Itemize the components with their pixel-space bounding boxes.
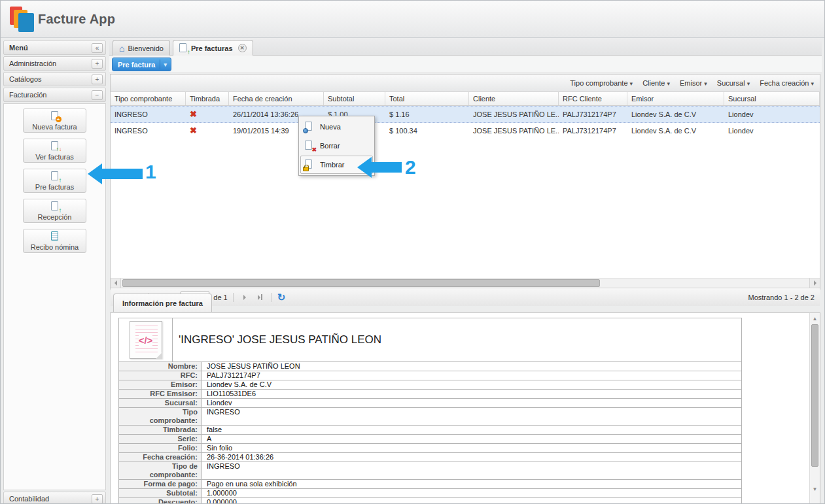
recepcion-button[interactable]: ↑ Recepción — [23, 199, 86, 223]
app-window: Facture App Menú « Administración + Catá… — [0, 0, 825, 504]
app-logo-icon — [9, 7, 38, 33]
recepcion-icon: ↑ — [50, 201, 60, 211]
detail-field-row: Tipo de comprobante: INGRESO — [119, 462, 741, 480]
column-header[interactable]: Cliente — [469, 92, 559, 105]
field-value: A — [202, 435, 741, 443]
pre-facturas-button[interactable]: ↑ Pre facturas — [23, 169, 86, 193]
column-header[interactable]: Subtotal — [324, 92, 385, 105]
step2-number: 2 — [405, 156, 416, 178]
chevron-down-icon[interactable]: ▾ — [164, 61, 167, 68]
detail-fields: Nombre: JOSE JESUS PATIÑO LEON RFC: PALJ… — [119, 362, 741, 504]
minus-icon[interactable]: − — [92, 90, 103, 100]
field-value: Liondev — [202, 399, 741, 407]
detail-field-row: Folio: Sin folio — [119, 444, 741, 453]
home-icon: ⌂ — [119, 44, 124, 53]
info-panel-body: </> 'INGRESO' JOSE JESUS PATIÑO LEON Nom… — [110, 312, 820, 504]
grid-header-row: Tipo comprobante Timbrada Fecha de creac… — [111, 92, 820, 106]
column-header[interactable]: Fecha de creación — [229, 92, 324, 105]
delete-document-icon: ✖ — [305, 141, 314, 151]
column-header[interactable]: Tipo comprobante — [111, 92, 186, 105]
scrollbar-thumb[interactable] — [122, 279, 600, 287]
vertical-scrollbar[interactable]: ▲ ▼ — [809, 313, 820, 504]
context-menu-item-borrar[interactable]: ✖ Borrar — [300, 137, 373, 155]
field-value: false — [202, 426, 741, 434]
info-panel: Información pre factura </> 'INGRESO' JO… — [110, 294, 820, 504]
detail-field-row: RFC: PALJ7312174P7 — [119, 371, 741, 380]
chevron-down-icon: ▾ — [630, 80, 633, 87]
sidebar: Menú « Administración + Catálogos + Fact… — [3, 41, 106, 502]
detail-field-row: Nombre: JOSE JESUS PATIÑO LEON — [119, 362, 741, 371]
detail-field-row: Emisor: Liondev S.A. de C.V — [119, 380, 741, 390]
filter-menu-button[interactable]: Fecha creación ▾ — [760, 79, 814, 87]
detail-field-row: Forma de pago: Pago en una sola exhibici… — [119, 480, 741, 489]
field-label: RFC: — [119, 371, 202, 380]
field-label: Timbrada: — [119, 426, 202, 434]
column-header[interactable]: RFC Cliente — [559, 92, 627, 105]
table-row[interactable]: INGRESO ✖ 26/11/2014 13:36:26 $ 1.00 $ 1… — [111, 106, 820, 123]
nueva-factura-button[interactable]: + Nueva factura — [23, 109, 86, 133]
column-header[interactable]: Sucursal — [724, 92, 820, 105]
table-row[interactable]: INGRESO ✖ 19/01/2015 14:39 $ 100.34 JOSE… — [111, 123, 820, 139]
field-label: Sucursal: — [119, 399, 202, 407]
stamp-lock-icon — [305, 160, 314, 170]
filter-menu-button[interactable]: Sucursal ▾ — [717, 79, 750, 87]
logo-blue-square — [18, 13, 34, 32]
plus-icon[interactable]: + — [92, 75, 103, 84]
field-label: Emisor: — [119, 380, 202, 389]
sidebar-item-catalogos[interactable]: Catálogos + — [3, 72, 106, 86]
pre-factura-split-button[interactable]: Pre factura ▾ — [112, 58, 171, 71]
recibo-nomina-button[interactable]: Recibo nómina — [23, 229, 86, 253]
ver-facturas-button[interactable]: ↑↓ Ver facturas — [23, 139, 86, 163]
field-label: Fecha creación: — [119, 453, 202, 462]
not-timbrada-icon: ✖ — [190, 126, 197, 135]
scrollbar-thumb[interactable] — [811, 324, 818, 467]
step1-number: 1 — [145, 161, 156, 183]
collapse-sidebar-icon[interactable]: « — [92, 43, 103, 53]
field-value: PALJ7312174P7 — [202, 371, 741, 380]
context-menu-item-nueva[interactable]: Nueva — [300, 118, 373, 136]
field-label: Descuento: — [119, 498, 202, 504]
horizontal-scrollbar[interactable] — [111, 278, 820, 288]
filter-menu-button[interactable]: Cliente ▾ — [642, 79, 670, 87]
tab-pre-facturas[interactable]: ↑ Pre facturas ✕ — [173, 40, 253, 56]
field-label: Tipo de comprobante: — [119, 462, 202, 479]
plus-icon[interactable]: + — [92, 494, 103, 504]
plus-icon[interactable]: + — [92, 59, 103, 69]
detail-field-row: Fecha creación: 26-36-2014 01:36:26 — [119, 453, 741, 462]
field-value: Sin folio — [202, 444, 741, 452]
scroll-right-icon[interactable] — [809, 278, 820, 288]
scroll-up-icon[interactable]: ▲ — [810, 314, 820, 324]
chevron-down-icon: ▾ — [811, 80, 814, 87]
scroll-left-icon[interactable] — [111, 278, 121, 288]
sidebar-item-administracion[interactable]: Administración + — [3, 56, 106, 71]
recibo-nomina-icon — [50, 231, 60, 241]
field-value: LIO110531DE6 — [202, 390, 741, 398]
detail-field-row: Subtotal: 1.000000 — [119, 489, 741, 498]
field-label: Folio: — [119, 444, 202, 452]
column-header[interactable]: Timbrada — [186, 92, 229, 105]
close-tab-icon[interactable]: ✕ — [238, 44, 247, 52]
field-value: INGRESO — [202, 408, 741, 425]
filter-menu-button[interactable]: Emisor ▾ — [680, 79, 707, 87]
column-header[interactable]: Total — [385, 92, 469, 105]
scroll-down-icon[interactable]: ▼ — [810, 485, 820, 495]
field-label: RFC Emsisor: — [119, 390, 202, 398]
tab-informacion-pre-factura[interactable]: Información pre factura — [113, 294, 212, 312]
filter-menu-button[interactable]: Tipo comprobante ▾ — [570, 79, 633, 87]
menu-title: Menú — [9, 44, 92, 52]
sidebar-item-facturacion[interactable]: Facturación − — [3, 88, 106, 102]
chevron-down-icon: ▾ — [704, 80, 707, 87]
column-header[interactable]: Emisor — [627, 92, 724, 105]
prefactura-detail-table: </> 'INGRESO' JOSE JESUS PATIÑO LEON Nom… — [118, 318, 742, 504]
detail-field-row: Descuento: 0.000000 — [119, 498, 741, 504]
tab-bienvenido[interactable]: ⌂ Bienvenido — [113, 40, 170, 56]
sidebar-menu-header: Menú « — [3, 41, 106, 55]
action-toolbar: Pre factura ▾ — [109, 56, 822, 73]
field-label: Nombre: — [119, 362, 202, 371]
prefacturas-grid: Tipo comprobante ▾ Cliente ▾ Emisor ▾ — [110, 74, 820, 290]
sidebar-item-contabilidad[interactable]: Contabilidad + — [3, 492, 106, 504]
field-label: Forma de pago: — [119, 480, 202, 488]
tab-bar: ⌂ Bienvenido ↑ Pre facturas ✕ — [109, 38, 822, 56]
not-timbrada-icon: ✖ — [190, 109, 197, 119]
field-value: 1.000000 — [202, 489, 741, 497]
